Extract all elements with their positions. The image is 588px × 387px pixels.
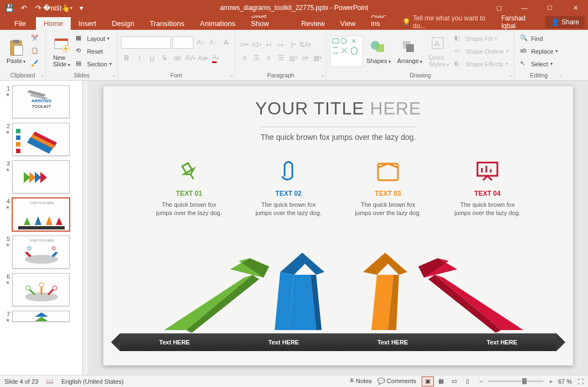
slide-subtitle[interactable]: The quick brown fox jumps over the lazy … — [261, 127, 416, 142]
format-painter-button[interactable]: 🖌️ — [31, 59, 40, 70]
align-left-button[interactable]: ≡ — [239, 53, 250, 64]
align-center-button[interactable]: ☰ — [251, 53, 262, 64]
char-spacing-button[interactable]: AV — [185, 53, 196, 64]
italic-button[interactable]: I — [134, 53, 145, 64]
zoom-in-button[interactable]: + — [549, 378, 552, 385]
thumbnail-7[interactable] — [12, 311, 70, 322]
shrink-font-button[interactable]: A↓ — [208, 37, 219, 48]
strikethrough-button[interactable]: S̶ — [159, 53, 170, 64]
new-slide-button[interactable]: New Slide — [49, 34, 74, 69]
bottom-bar[interactable]: Text HERE Text HERE Text HERE Text HERE — [120, 333, 556, 351]
columns-button[interactable]: ▥ — [287, 53, 298, 64]
slideshow-view-button[interactable]: ▯ — [461, 376, 474, 386]
thumbnail-3[interactable] — [12, 160, 70, 194]
normal-view-button[interactable]: ▣ — [422, 376, 434, 386]
thumbnail-1[interactable]: ARROWSTOOLKIT — [12, 85, 70, 118]
change-case-button[interactable]: Aa — [197, 53, 208, 64]
zoom-level[interactable]: 67 % — [558, 378, 572, 385]
tab-transitions[interactable]: Transitions — [142, 17, 192, 30]
decrease-indent-button[interactable]: ↤ — [263, 39, 274, 50]
notes-button[interactable]: ≚ Notes — [349, 378, 372, 385]
align-right-button[interactable]: ≡ — [263, 53, 274, 64]
slide-thumbnails-panel[interactable]: 1★ ARROWSTOOLKIT 2★ 3★ 4★ YOUR TITLE HER… — [0, 81, 83, 375]
shadow-button[interactable]: ab — [172, 53, 183, 64]
slide-title[interactable]: YOUR TITLE HERE — [103, 86, 573, 119]
redo-icon[interactable]: ↷ — [33, 3, 43, 13]
save-icon[interactable]: 💾 — [4, 3, 14, 13]
reading-view-button[interactable]: ▭ — [448, 376, 460, 386]
tab-insert[interactable]: Insert — [71, 17, 104, 30]
shape-outline-button[interactable]: ▭Shape Outline — [454, 46, 508, 57]
find-button[interactable]: 🔍Find — [520, 33, 558, 44]
col-3[interactable]: TEXT 03 The quick brown fox jumps over t… — [355, 159, 421, 218]
shape-fill-button[interactable]: ◧Shape Fill — [454, 33, 508, 44]
minimize-icon[interactable]: — — [512, 0, 537, 15]
touch-mode-icon[interactable]: 👆 — [62, 3, 72, 13]
shapes-gallery[interactable] — [330, 36, 363, 67]
clear-formatting-button[interactable]: A̶ — [221, 37, 232, 48]
copy-button[interactable]: 📋 — [31, 46, 40, 57]
numbering-button[interactable]: ≡1 — [251, 39, 262, 50]
share-button[interactable]: 👤Share — [545, 16, 585, 28]
tell-me-search[interactable]: 💡 Tell me what you want to do... — [402, 14, 496, 30]
arrow-blue[interactable] — [264, 247, 341, 336]
replace-button[interactable]: abReplace — [520, 46, 558, 57]
align-text-button[interactable]: ⎘ — [300, 53, 311, 64]
thumbnail-5[interactable]: YOUR TITLE HERE — [12, 236, 70, 269]
col-1[interactable]: TEXT 01 The quick brown fox jumps over t… — [156, 159, 222, 218]
arrow-red[interactable] — [413, 247, 545, 336]
slide-canvas-area[interactable]: YOUR TITLE HERE The quick brown fox jump… — [88, 81, 588, 375]
start-from-beginning-icon[interactable]: �ništ — [48, 3, 57, 13]
user-name[interactable]: Farshad Iqbal — [501, 14, 540, 30]
font-size-dropdown[interactable] — [172, 36, 193, 49]
col-2[interactable]: TEXT 02 The quick brown fox jumps over t… — [255, 159, 322, 218]
line-spacing-button[interactable]: ‡ — [287, 39, 298, 50]
arrow-orange[interactable] — [347, 247, 424, 336]
slide-4[interactable]: YOUR TITLE HERE The quick brown fox jump… — [103, 86, 573, 365]
reset-button[interactable]: ⟲Reset — [76, 46, 112, 57]
sorter-view-button[interactable]: ▦ — [435, 376, 447, 386]
shape-effects-button[interactable]: ◐Shape Effects — [454, 59, 508, 70]
quick-styles-button[interactable]: AQuick Styles — [426, 34, 452, 69]
bullets-button[interactable]: ≡• — [239, 39, 250, 50]
ribbon-options-icon[interactable]: ▢ — [486, 0, 512, 15]
slide-indicator[interactable]: Slide 4 of 23 — [4, 378, 38, 385]
paste-button[interactable]: Paste — [3, 38, 29, 65]
arrow-green[interactable] — [142, 247, 275, 336]
smartart-button[interactable]: ▦ — [312, 53, 323, 64]
font-color-button[interactable]: A — [210, 53, 221, 64]
spellcheck-icon[interactable]: 📖 — [46, 378, 54, 385]
zoom-slider[interactable] — [488, 380, 543, 382]
thumbnails-scrollbar[interactable] — [83, 81, 88, 375]
increase-indent-button[interactable]: ↦ — [275, 39, 286, 50]
bold-button[interactable]: B — [121, 53, 132, 64]
thumbnail-2[interactable] — [12, 123, 70, 156]
shapes-button[interactable]: Shapes — [363, 38, 394, 65]
tab-file[interactable]: File — [4, 17, 36, 30]
undo-icon[interactable]: ↶ — [19, 3, 29, 13]
underline-button[interactable]: U — [146, 53, 158, 64]
arrange-button[interactable]: Arrange — [394, 38, 426, 65]
maximize-icon[interactable]: ☐ — [537, 0, 563, 15]
fit-to-window-button[interactable]: ⛶ — [578, 378, 584, 385]
justify-button[interactable]: ☰ — [275, 53, 286, 64]
col-4[interactable]: TEXT 04 The quick brown fox jumps over t… — [454, 159, 521, 218]
grow-font-button[interactable]: A↑ — [195, 37, 206, 48]
cut-button[interactable]: ✂️ — [31, 33, 40, 44]
close-icon[interactable]: ✕ — [563, 0, 588, 15]
tab-animations[interactable]: Animations — [192, 17, 243, 30]
font-family-dropdown[interactable] — [121, 36, 171, 49]
comments-button[interactable]: 💬 Comments — [377, 378, 416, 385]
thumbnail-4[interactable]: YOUR TITLE HERE — [12, 198, 70, 231]
tab-design[interactable]: Design — [104, 17, 141, 30]
tab-view[interactable]: View — [333, 17, 364, 30]
zoom-out-button[interactable]: − — [479, 378, 482, 385]
tab-home[interactable]: Home — [36, 17, 71, 30]
thumbnail-6[interactable] — [12, 273, 70, 306]
text-direction-button[interactable]: ⇅A — [300, 39, 311, 50]
language-indicator[interactable]: English (United States) — [61, 378, 124, 385]
layout-button[interactable]: ▦Layout — [76, 33, 112, 44]
tab-review[interactable]: Review — [293, 17, 333, 30]
select-button[interactable]: ↖Select — [520, 59, 558, 70]
section-button[interactable]: ▤Section — [76, 59, 112, 70]
